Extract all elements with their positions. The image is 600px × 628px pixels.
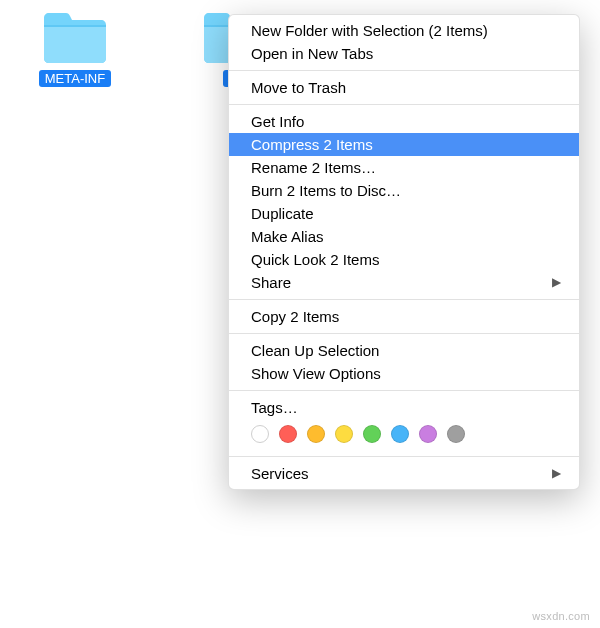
finder-desktop[interactable]: META-INF sy New Folder with Selection (2… [0,0,600,628]
tag-color-green[interactable] [363,425,381,443]
menu-item-share[interactable]: Share ▶ [229,271,579,294]
menu-label: Clean Up Selection [251,339,379,362]
menu-separator [229,390,579,391]
menu-separator [229,333,579,334]
menu-item-tags[interactable]: Tags… [229,396,579,419]
menu-item-clean-up-selection[interactable]: Clean Up Selection [229,339,579,362]
context-menu: New Folder with Selection (2 Items) Open… [228,14,580,490]
menu-item-new-folder-selection[interactable]: New Folder with Selection (2 Items) [229,19,579,42]
tag-clear-button[interactable] [251,425,269,443]
menu-separator [229,299,579,300]
menu-label: Copy 2 Items [251,305,339,328]
menu-item-rename[interactable]: Rename 2 Items… [229,156,579,179]
menu-item-compress[interactable]: Compress 2 Items [229,133,579,156]
menu-label: Share [251,271,291,294]
menu-label: Tags… [251,396,298,419]
folder-label: META-INF [39,70,111,87]
tag-color-orange[interactable] [307,425,325,443]
folder-icon [40,10,110,66]
menu-label: Compress 2 Items [251,133,373,156]
menu-item-copy[interactable]: Copy 2 Items [229,305,579,328]
menu-label: Show View Options [251,362,381,385]
menu-label: Get Info [251,110,304,133]
tag-color-gray[interactable] [447,425,465,443]
tag-color-red[interactable] [279,425,297,443]
menu-item-services[interactable]: Services ▶ [229,462,579,485]
menu-item-duplicate[interactable]: Duplicate [229,202,579,225]
menu-label: Rename 2 Items… [251,156,376,179]
watermark-text: wsxdn.com [532,610,590,622]
menu-label: Services [251,462,309,485]
menu-label: Duplicate [251,202,314,225]
menu-separator [229,70,579,71]
menu-separator [229,104,579,105]
menu-item-make-alias[interactable]: Make Alias [229,225,579,248]
menu-label: Quick Look 2 Items [251,248,379,271]
menu-item-get-info[interactable]: Get Info [229,110,579,133]
tag-color-row [229,419,579,451]
menu-label: Move to Trash [251,76,346,99]
submenu-arrow-icon: ▶ [552,271,561,294]
folder-item-meta-inf[interactable]: META-INF [30,10,120,87]
menu-label: Make Alias [251,225,324,248]
submenu-arrow-icon: ▶ [552,462,561,485]
menu-item-burn-to-disc[interactable]: Burn 2 Items to Disc… [229,179,579,202]
menu-separator [229,456,579,457]
menu-item-quick-look[interactable]: Quick Look 2 Items [229,248,579,271]
menu-item-move-to-trash[interactable]: Move to Trash [229,76,579,99]
menu-item-show-view-options[interactable]: Show View Options [229,362,579,385]
menu-label: Open in New Tabs [251,42,373,65]
tag-color-yellow[interactable] [335,425,353,443]
tag-color-blue[interactable] [391,425,409,443]
menu-label: Burn 2 Items to Disc… [251,179,401,202]
menu-item-open-new-tabs[interactable]: Open in New Tabs [229,42,579,65]
tag-color-purple[interactable] [419,425,437,443]
menu-label: New Folder with Selection (2 Items) [251,19,488,42]
